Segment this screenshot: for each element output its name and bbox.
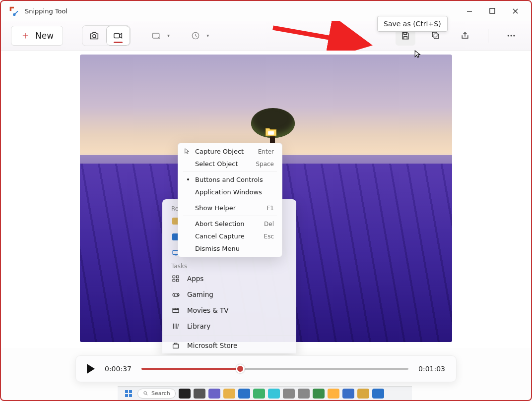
- menu-item-label: Show Helper: [195, 204, 236, 212]
- apps-icon: [171, 274, 180, 283]
- svg-rect-19: [176, 276, 179, 278]
- share-icon: [460, 31, 470, 41]
- taskbar-app-icon[interactable]: [208, 389, 220, 399]
- play-button[interactable]: [87, 364, 95, 374]
- gamepad-icon: [171, 290, 180, 299]
- list-item-label: Apps: [187, 275, 203, 283]
- taskbar-app-icon[interactable]: [283, 389, 295, 399]
- menu-item[interactable]: Show Helper F1: [180, 202, 280, 214]
- list-item[interactable]: Apps: [162, 271, 296, 286]
- scrubber-knob[interactable]: [236, 364, 245, 373]
- start-icon[interactable]: [123, 389, 134, 399]
- menu-item-shortcut: Del: [264, 221, 274, 228]
- video-camera-icon: [113, 30, 124, 41]
- svg-point-11: [513, 35, 515, 36]
- playback-bar: 0:00:37 0:01:03: [75, 355, 457, 382]
- close-button[interactable]: [504, 3, 526, 18]
- menu-item[interactable]: Dismiss Menu: [180, 242, 280, 255]
- toolbar: ＋ New ▾ ▾: [1, 21, 531, 51]
- mouse-cursor: [414, 50, 423, 58]
- taskbar-app-icon[interactable]: [253, 389, 265, 399]
- menu-item[interactable]: Select Object Space: [180, 158, 280, 170]
- taskbar-app-icon[interactable]: [313, 389, 325, 399]
- taskbar-app-icon[interactable]: [223, 389, 235, 399]
- svg-point-30: [144, 392, 147, 395]
- store-icon: [171, 341, 180, 350]
- menu-item[interactable]: Capture Object Enter: [180, 145, 280, 158]
- copy-icon: [431, 31, 440, 40]
- chevron-down-icon[interactable]: ▾: [167, 33, 170, 38]
- taskbar-app-icon[interactable]: [238, 389, 250, 399]
- svg-rect-27: [129, 390, 132, 393]
- menu-item-shortcut: F1: [266, 205, 274, 212]
- new-button[interactable]: ＋ New: [11, 26, 63, 46]
- taskbar-app-icon[interactable]: [194, 389, 205, 399]
- video-mode-button[interactable]: [106, 26, 130, 46]
- total-time: 0:01:03: [418, 365, 445, 373]
- svg-rect-4: [114, 33, 120, 38]
- taskbar-search[interactable]: Search: [137, 389, 176, 399]
- divider: [488, 29, 488, 43]
- menu-item-label: Select Object: [195, 160, 238, 168]
- svg-point-3: [93, 34, 96, 37]
- search-icon: [143, 391, 148, 396]
- list-item[interactable]: Library: [162, 318, 296, 334]
- list-item[interactable]: Gaming: [162, 286, 296, 302]
- photo-mode-button[interactable]: [82, 26, 106, 46]
- app-icon: [9, 6, 19, 16]
- cursor-icon: [184, 148, 191, 155]
- list-item-label: Movies & TV: [187, 306, 229, 314]
- tasks-header: Tasks: [162, 261, 296, 271]
- svg-rect-26: [125, 390, 128, 393]
- capture-mode-group: [82, 25, 131, 46]
- share-button[interactable]: [455, 26, 475, 46]
- menu-item[interactable]: Application Windows: [180, 186, 280, 198]
- menu-item-label: Application Windows: [195, 188, 262, 196]
- menu-separator: [183, 172, 277, 172]
- taskbar-app-icon[interactable]: [268, 389, 280, 399]
- svg-point-24: [178, 295, 178, 295]
- svg-point-10: [511, 35, 512, 36]
- taskbar-app-icon[interactable]: [179, 389, 191, 399]
- menu-item[interactable]: Buttons and Controls: [180, 173, 280, 186]
- chevron-down-icon[interactable]: ▾: [206, 33, 209, 38]
- taskbar-app-icon[interactable]: [372, 389, 384, 399]
- menu-item-label: Abort Selection: [195, 220, 245, 228]
- ellipsis-icon: [506, 31, 516, 41]
- svg-rect-28: [125, 394, 128, 397]
- menu-item-shortcut: Enter: [258, 148, 274, 155]
- list-item[interactable]: Microsoft Store: [162, 338, 296, 353]
- list-item-label: Library: [187, 322, 210, 330]
- save-tooltip: Save as (Ctrl+S): [377, 16, 448, 32]
- taskbar-search-label: Search: [151, 390, 170, 397]
- menu-item-label: Buttons and Controls: [195, 176, 263, 183]
- camera-icon: [89, 30, 100, 41]
- list-item-label: Microsoft Store: [187, 342, 237, 349]
- taskbar-app-icon[interactable]: [328, 389, 339, 399]
- bullet-icon: [187, 178, 189, 180]
- delay-button[interactable]: [186, 26, 205, 46]
- list-item[interactable]: Movies & TV: [162, 302, 296, 318]
- snip-shape-button[interactable]: [146, 26, 166, 46]
- menu-item[interactable]: Abort Selection Del: [180, 218, 280, 230]
- maximize-button[interactable]: [481, 3, 503, 18]
- svg-rect-8: [432, 32, 437, 37]
- menu-item-shortcut: Space: [256, 161, 274, 168]
- menu-item-label: Cancel Capture: [195, 232, 245, 240]
- menu-separator: [183, 200, 277, 200]
- movies-icon: [171, 306, 180, 315]
- taskbar-app-icon[interactable]: [357, 389, 369, 399]
- taskbar-app-icon[interactable]: [298, 389, 310, 399]
- folder-icon: [263, 125, 279, 139]
- menu-item-label: Capture Object: [195, 148, 244, 155]
- more-button[interactable]: [501, 26, 521, 46]
- taskbar-app-icon[interactable]: [342, 389, 354, 399]
- svg-rect-2: [490, 8, 495, 13]
- svg-rect-18: [173, 276, 175, 278]
- svg-rect-20: [173, 279, 175, 282]
- rectangle-icon: [151, 31, 161, 41]
- minimize-button[interactable]: [459, 3, 480, 18]
- menu-item[interactable]: Cancel Capture Esc: [180, 230, 280, 242]
- scrubber[interactable]: [141, 368, 408, 370]
- title-bar: Snipping Tool: [1, 1, 531, 21]
